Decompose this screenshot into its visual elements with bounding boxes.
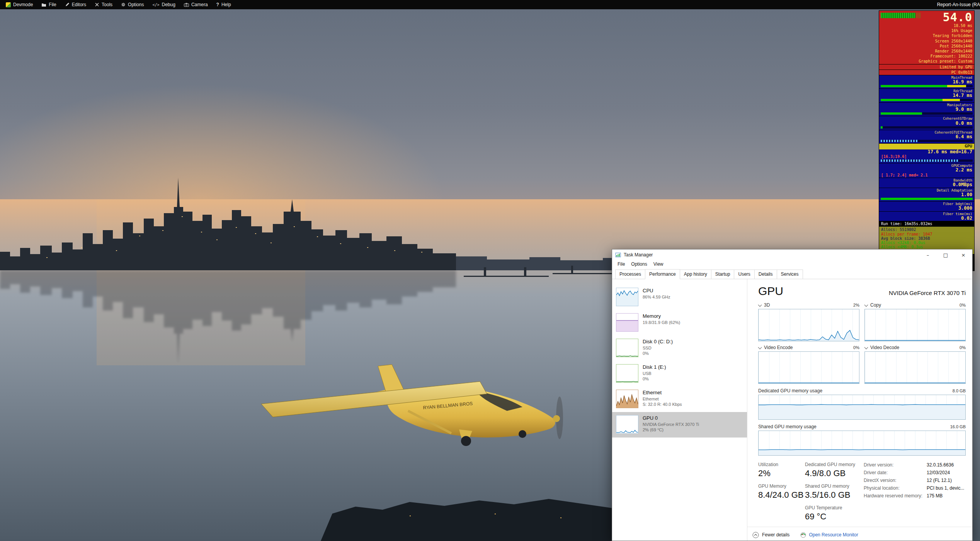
minimize-button[interactable]: – [919,249,937,260]
sidebar-item-disk0[interactable]: Disk 0 (C: D:) SSD 0% [612,336,747,361]
render-resolution: Render 2560x1440 [879,49,974,54]
tab-services[interactable]: Services [777,270,803,279]
sidebar-item-disk1[interactable]: Disk 1 (E:) USB 0% [612,361,747,387]
sidebar-item-name: GPU 0 [643,415,699,421]
gpu-detail-pane: GPU NVIDIA GeForce RTX 3070 Ti 3D 2% Cop… [747,279,972,541]
airplane-wheel-front [519,430,526,438]
menu-editors[interactable]: Editors [61,0,90,9]
post-resolution: Post 2560x1440 [879,44,974,49]
resource-monitor-icon [800,532,806,538]
sidebar-item-cpu[interactable]: CPU 86% 4.59 GHz [612,285,747,310]
gpu-copy-section: Copy 0% [864,302,966,341]
chart-percent: 0% [853,345,859,350]
menu-options-tm[interactable]: Options [628,261,650,268]
gpu-stats: Utilization 2% GPU Memory 8.4/24.0 GB De… [758,462,966,527]
info-directx-version: DirectX version: 12 (FL 12.1) [864,478,966,483]
sidebar-item-text: Disk 1 (E:) USB 0% [643,364,666,382]
sidebar-item-sub2: 0% [643,376,666,382]
gpu-video-encode-section: Video Encode 0% [758,345,859,384]
fewer-details-button[interactable]: Fewer details [752,532,789,538]
task-manager-titlebar[interactable]: Task Manager – □ × [612,249,972,260]
run-time: Run time: 16m35s.032ms [879,221,974,226]
menu-editors-label: Editors [72,2,86,7]
menu-devmode-label: Devmode [13,2,33,7]
chart-label: Copy [870,302,881,308]
close-button[interactable]: × [954,249,972,260]
info-physical-location: Physical location: PCI bus 1, devic... [864,485,966,491]
screen-resolution: Screen 2560x1440 [879,39,974,44]
chart-scale: 8.0 GB [953,388,966,393]
menu-tools[interactable]: Tools [90,0,117,9]
framecount: Framecount: 100222 [879,54,974,59]
tab-processes[interactable]: Processes [615,270,645,279]
sidebar-item-sub: NVIDIA GeForce RTX 3070 Ti [643,422,699,427]
tearing-mode: Tearing forbidden [879,33,974,38]
meter-rdrthread: RdrThread 14.7 ms [879,89,974,102]
meter-fiber-budget: Fiber bdgt(ms) 3.000 [879,202,974,211]
pencil-icon [65,2,70,7]
allocs-total: Allocs: 5519802 [881,227,972,232]
tab-performance[interactable]: Performance [645,269,680,279]
tab-details[interactable]: Details [754,270,777,279]
task-manager-window: Task Manager – □ × File Options View Pro… [612,249,973,541]
sidebar-item-sub2: S: 32.0 R: 40.0 Kbps [643,402,682,407]
tab-startup[interactable]: Startup [711,270,735,279]
menu-debug-label: Debug [162,2,175,7]
sidebar-item-ethernet[interactable]: Ethernet Ethernet S: 32.0 R: 40.0 Kbps [612,387,747,412]
chevron-up-circle-icon [752,532,759,538]
allocs-per-frame: Allocs per frame: 1047 [881,232,972,236]
cpu-usage: 16% Usage [879,28,974,33]
meter-manipulators: Manipulators 9.0 ms [879,103,974,116]
meter-detail-adaptation: Detail Adaptation 1.00 [879,188,974,202]
chevron-down-icon[interactable] [758,303,762,307]
menu-file[interactable]: File [37,0,60,9]
chevron-down-icon[interactable] [864,303,868,307]
meter-mainthread: MainThread 16.9 ms [879,75,974,89]
task-manager-menubar: File Options View [612,260,972,269]
sidebar-item-text: Ethernet Ethernet S: 32.0 R: 40.0 Kbps [643,390,682,407]
sidebar-item-name: CPU [643,288,670,293]
tab-users[interactable]: Users [734,270,754,279]
sidebar-item-sub: 86% 4.59 GHz [643,294,670,300]
code-icon: </> [152,3,159,7]
chart-percent: 0% [960,345,966,350]
folder-icon [41,3,46,7]
allocs-medium: Allocs <4MB: 0.3us [881,245,972,249]
help-icon: ? [216,2,219,7]
stat-gpu-temperature: GPU Temperature 69 °C [805,505,864,522]
ethernet-thumbnail-chart [616,390,638,408]
info-driver-date: Driver date: 12/03/2024 [864,470,966,475]
open-resource-monitor-link[interactable]: Open Resource Monitor [800,532,858,538]
limited-by: Limited by GPU [879,64,974,70]
menu-debug[interactable]: </> Debug [148,0,179,9]
shared-memory-section: Shared GPU memory usage 16.0 GB [758,424,966,456]
maximize-button[interactable]: □ [937,249,954,260]
chart-label: Video Encode [764,345,793,350]
sidebar-item-text: Memory 19.8/31.9 GB (62%) [643,313,680,325]
menu-file-label: File [49,2,56,7]
chart-scale: 16.0 GB [950,424,966,429]
fps-value: 54.0 [943,12,972,23]
disk1-thumbnail-chart [616,364,638,383]
menu-view-tm[interactable]: View [650,261,667,268]
menu-help[interactable]: ? Help [212,0,235,9]
avg-block-size: Avg block size: 3836B [881,236,972,241]
menu-report-an-issue[interactable]: Report-An-Issue (RA [937,2,980,7]
sidebar-item-memory[interactable]: Memory 19.8/31.9 GB (62%) [612,310,747,336]
memory-thumbnail-chart [616,313,638,332]
tab-app-history[interactable]: App history [680,270,711,279]
menu-file-tm[interactable]: File [614,261,628,268]
menu-options[interactable]: Options [117,0,148,9]
chart-percent: 2% [853,303,859,307]
devmode-menubar: Devmode File Editors Tools Options </> D… [0,0,980,9]
menu-devmode[interactable]: Devmode [2,0,37,9]
chart-label: Video Decode [870,345,899,350]
sidebar-item-gpu0[interactable]: GPU 0 NVIDIA GeForce RTX 3070 Ti 2% (69 … [612,412,747,438]
gpu-device-name: NVIDIA GeForce RTX 3070 Ti [889,290,966,296]
chevron-down-icon[interactable] [864,345,868,349]
menu-camera[interactable]: Camera [180,0,212,9]
chevron-down-icon[interactable] [758,345,762,349]
sidebar-item-text: Disk 0 (C: D:) SSD 0% [643,339,673,356]
chart-percent: 0% [960,303,966,307]
fps-histogram [881,13,921,18]
